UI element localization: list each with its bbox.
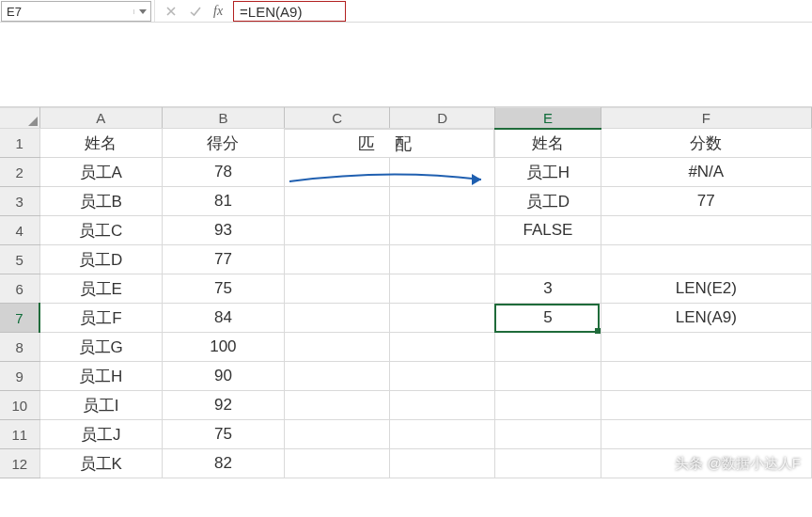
row-header[interactable]: 10: [0, 391, 39, 420]
cell-C6[interactable]: [285, 274, 390, 304]
enter-icon[interactable]: [186, 5, 205, 18]
cell-C3[interactable]: [285, 187, 390, 216]
cell-A4[interactable]: 员工C: [39, 216, 162, 245]
cell-A7[interactable]: 员工F: [39, 304, 162, 333]
name-box[interactable]: E7: [1, 1, 151, 22]
cell-D5[interactable]: [390, 245, 495, 274]
cell-F2[interactable]: #N/A: [601, 158, 811, 187]
cell-B4[interactable]: 93: [162, 216, 284, 245]
cell-F10[interactable]: [601, 391, 811, 420]
cell-E9[interactable]: [495, 362, 601, 391]
cell-C12[interactable]: [285, 449, 390, 478]
cell-E12[interactable]: [495, 449, 601, 478]
cell-C10[interactable]: [285, 391, 390, 420]
cell-E6[interactable]: 3: [495, 274, 601, 304]
cell-A3[interactable]: 员工B: [39, 187, 162, 216]
cell-B5[interactable]: 77: [162, 245, 284, 274]
cell-E7[interactable]: 5: [495, 304, 601, 333]
cell-B8[interactable]: 100: [162, 333, 284, 362]
cell-B3[interactable]: 81: [162, 187, 284, 216]
col-header-E[interactable]: E: [495, 108, 601, 129]
grid-row: 8员工G100: [0, 333, 812, 362]
cell-B11[interactable]: 75: [162, 420, 284, 449]
cell-F11[interactable]: [601, 420, 811, 449]
fx-icon[interactable]: fx: [211, 4, 226, 19]
cell-B2[interactable]: 78: [162, 158, 284, 187]
merged-label-text: 匹 配: [358, 133, 419, 155]
cell-E4[interactable]: FALSE: [495, 216, 601, 245]
cell-A6[interactable]: 员工E: [39, 274, 162, 304]
cell-F1[interactable]: 分数: [601, 129, 811, 158]
col-header-A[interactable]: A: [39, 108, 162, 129]
cell-B12[interactable]: 82: [162, 449, 284, 478]
cell-B7[interactable]: 84: [162, 304, 284, 333]
cell-B10[interactable]: 92: [162, 391, 284, 420]
cell-C11[interactable]: [285, 420, 390, 449]
row-header[interactable]: 2: [0, 158, 39, 187]
select-all-corner[interactable]: [0, 108, 39, 129]
col-header-B[interactable]: B: [162, 108, 284, 129]
cell-C7[interactable]: [285, 304, 390, 333]
name-box-dropdown[interactable]: [133, 9, 150, 14]
cell-F8[interactable]: [601, 333, 811, 362]
cell-A5[interactable]: 员工D: [39, 245, 162, 274]
cell-E8[interactable]: [495, 333, 601, 362]
row-header[interactable]: 4: [0, 216, 39, 245]
cell-F7[interactable]: LEN(A9): [601, 304, 811, 333]
cell-C2[interactable]: [285, 158, 390, 187]
cell-D11[interactable]: [390, 420, 495, 449]
row-header[interactable]: 6: [0, 274, 39, 304]
cell-F9[interactable]: [601, 362, 811, 391]
row-header[interactable]: 7: [0, 304, 39, 333]
corner-triangle-icon: [28, 117, 38, 126]
cancel-icon[interactable]: [162, 5, 180, 18]
cell-A12[interactable]: 员工K: [39, 449, 162, 478]
col-header-F[interactable]: F: [601, 108, 811, 129]
cell-F6[interactable]: LEN(E2): [601, 274, 811, 304]
cell-C9[interactable]: [285, 362, 390, 391]
cell-E3[interactable]: 员工D: [495, 187, 601, 216]
cell-A8[interactable]: 员工G: [39, 333, 162, 362]
cell-A1[interactable]: 姓名: [39, 129, 162, 158]
cell-A10[interactable]: 员工I: [39, 391, 162, 420]
cell-C5[interactable]: [285, 245, 390, 274]
row-header[interactable]: 5: [0, 245, 39, 274]
cell-C8[interactable]: [285, 333, 390, 362]
row-header[interactable]: 8: [0, 333, 39, 362]
cell-D7[interactable]: [390, 304, 495, 333]
merged-label-cell[interactable]: 匹 配: [284, 129, 494, 158]
grid-row: 11员工J75: [0, 420, 812, 449]
cell-E1[interactable]: 姓名: [495, 129, 601, 158]
cell-D12[interactable]: [390, 449, 495, 478]
row-header[interactable]: 11: [0, 420, 39, 449]
cell-E10[interactable]: [495, 391, 601, 420]
cell-B1[interactable]: 得分: [162, 129, 284, 158]
cell-A11[interactable]: 员工J: [39, 420, 162, 449]
col-header-C[interactable]: C: [285, 108, 390, 129]
cell-D3[interactable]: [390, 187, 495, 216]
cell-D6[interactable]: [390, 274, 495, 304]
row-header[interactable]: 3: [0, 187, 39, 216]
col-header-D[interactable]: D: [390, 108, 495, 129]
cell-E11[interactable]: [495, 420, 601, 449]
row-header[interactable]: 1: [0, 129, 39, 158]
cell-D8[interactable]: [390, 333, 495, 362]
cell-D4[interactable]: [390, 216, 495, 245]
cell-E2[interactable]: 员工H: [495, 158, 601, 187]
cell-C4[interactable]: [285, 216, 390, 245]
cell-D9[interactable]: [390, 362, 495, 391]
cell-A2[interactable]: 员工A: [39, 158, 162, 187]
spreadsheet-grid[interactable]: A B C D E F 1姓名得分姓名分数2员工A78员工H#N/A3员工B81…: [0, 107, 812, 478]
cell-F4[interactable]: [601, 216, 811, 245]
cell-D2[interactable]: [390, 158, 495, 187]
cell-F5[interactable]: [601, 245, 811, 274]
row-header[interactable]: 12: [0, 449, 39, 478]
formula-input[interactable]: =LEN(A9): [233, 1, 346, 22]
cell-D10[interactable]: [390, 391, 495, 420]
cell-E5[interactable]: [495, 245, 601, 274]
row-header[interactable]: 9: [0, 362, 39, 391]
cell-F3[interactable]: 77: [601, 187, 811, 216]
cell-B6[interactable]: 75: [162, 274, 284, 304]
cell-A9[interactable]: 员工H: [39, 362, 162, 391]
cell-B9[interactable]: 90: [162, 362, 284, 391]
